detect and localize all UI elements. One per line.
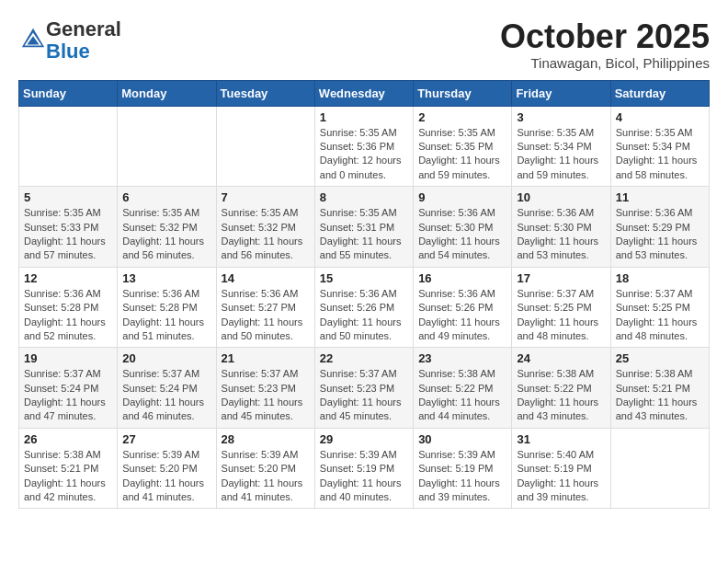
day-number: 19 — [24, 351, 112, 365]
day-info: Sunrise: 5:35 AM Sunset: 5:32 PM Dayligh… — [222, 206, 310, 263]
day-info: Sunrise: 5:36 AM Sunset: 5:29 PM Dayligh… — [616, 206, 704, 263]
day-info: Sunrise: 5:38 AM Sunset: 5:22 PM Dayligh… — [418, 367, 506, 424]
calendar-week-row: 12Sunrise: 5:36 AM Sunset: 5:28 PM Dayli… — [19, 267, 710, 348]
calendar-cell: 23Sunrise: 5:38 AM Sunset: 5:22 PM Dayli… — [414, 348, 512, 429]
day-info: Sunrise: 5:38 AM Sunset: 5:21 PM Dayligh… — [616, 367, 704, 424]
weekday-header: Saturday — [610, 80, 709, 106]
day-number: 1 — [320, 110, 408, 124]
day-info: Sunrise: 5:35 AM Sunset: 5:35 PM Dayligh… — [418, 126, 506, 183]
day-number: 13 — [122, 271, 210, 285]
day-info: Sunrise: 5:35 AM Sunset: 5:34 PM Dayligh… — [616, 126, 704, 183]
day-number: 5 — [24, 190, 112, 204]
day-number: 25 — [616, 351, 704, 365]
day-info: Sunrise: 5:35 AM Sunset: 5:33 PM Dayligh… — [24, 206, 112, 263]
day-info: Sunrise: 5:36 AM Sunset: 5:26 PM Dayligh… — [320, 287, 408, 344]
day-number: 26 — [24, 432, 112, 446]
day-info: Sunrise: 5:36 AM Sunset: 5:30 PM Dayligh… — [418, 206, 506, 263]
day-number: 31 — [517, 432, 605, 446]
day-number: 16 — [418, 271, 506, 285]
day-number: 3 — [517, 110, 605, 124]
day-info: Sunrise: 5:37 AM Sunset: 5:23 PM Dayligh… — [320, 367, 408, 424]
calendar-header-row: SundayMondayTuesdayWednesdayThursdayFrid… — [19, 80, 710, 106]
calendar-cell: 25Sunrise: 5:38 AM Sunset: 5:21 PM Dayli… — [610, 348, 709, 429]
calendar-cell — [216, 106, 314, 187]
day-number: 27 — [122, 432, 210, 446]
day-number: 23 — [418, 351, 506, 365]
calendar-cell: 29Sunrise: 5:39 AM Sunset: 5:19 PM Dayli… — [314, 428, 413, 509]
day-number: 22 — [320, 351, 408, 365]
calendar-cell: 13Sunrise: 5:36 AM Sunset: 5:28 PM Dayli… — [118, 267, 216, 348]
calendar-table: SundayMondayTuesdayWednesdayThursdayFrid… — [18, 80, 710, 510]
day-number: 20 — [122, 351, 210, 365]
day-number: 2 — [418, 110, 506, 124]
calendar-cell: 4Sunrise: 5:35 AM Sunset: 5:34 PM Daylig… — [610, 106, 709, 187]
location: Tinawagan, Bicol, Philippines — [500, 55, 710, 71]
day-info: Sunrise: 5:37 AM Sunset: 5:23 PM Dayligh… — [222, 367, 310, 424]
calendar-week-row: 1Sunrise: 5:35 AM Sunset: 5:36 PM Daylig… — [19, 106, 710, 187]
calendar-cell: 12Sunrise: 5:36 AM Sunset: 5:28 PM Dayli… — [19, 267, 118, 348]
day-info: Sunrise: 5:35 AM Sunset: 5:31 PM Dayligh… — [320, 206, 408, 263]
calendar-cell — [610, 428, 709, 509]
day-number: 28 — [222, 432, 310, 446]
day-info: Sunrise: 5:39 AM Sunset: 5:20 PM Dayligh… — [222, 448, 310, 505]
day-number: 24 — [517, 351, 605, 365]
calendar-cell: 8Sunrise: 5:35 AM Sunset: 5:31 PM Daylig… — [314, 187, 413, 268]
day-number: 18 — [616, 271, 704, 285]
calendar-week-row: 19Sunrise: 5:37 AM Sunset: 5:24 PM Dayli… — [19, 348, 710, 429]
day-number: 11 — [616, 190, 704, 204]
day-number: 9 — [418, 190, 506, 204]
day-info: Sunrise: 5:36 AM Sunset: 5:28 PM Dayligh… — [24, 287, 112, 344]
calendar-cell: 31Sunrise: 5:40 AM Sunset: 5:19 PM Dayli… — [512, 428, 610, 509]
day-number: 29 — [320, 432, 408, 446]
calendar-week-row: 5Sunrise: 5:35 AM Sunset: 5:33 PM Daylig… — [19, 187, 710, 268]
day-number: 4 — [616, 110, 704, 124]
calendar-cell: 27Sunrise: 5:39 AM Sunset: 5:20 PM Dayli… — [118, 428, 216, 509]
calendar-cell: 14Sunrise: 5:36 AM Sunset: 5:27 PM Dayli… — [216, 267, 314, 348]
day-info: Sunrise: 5:40 AM Sunset: 5:19 PM Dayligh… — [517, 448, 605, 505]
logo: General Blue — [18, 18, 121, 63]
day-info: Sunrise: 5:36 AM Sunset: 5:27 PM Dayligh… — [222, 287, 310, 344]
day-number: 6 — [122, 190, 210, 204]
day-info: Sunrise: 5:37 AM Sunset: 5:24 PM Dayligh… — [122, 367, 210, 424]
calendar-cell: 11Sunrise: 5:36 AM Sunset: 5:29 PM Dayli… — [610, 187, 709, 268]
day-info: Sunrise: 5:37 AM Sunset: 5:25 PM Dayligh… — [517, 287, 605, 344]
day-number: 30 — [418, 432, 506, 446]
day-number: 8 — [320, 190, 408, 204]
day-info: Sunrise: 5:35 AM Sunset: 5:34 PM Dayligh… — [517, 126, 605, 183]
day-number: 14 — [222, 271, 310, 285]
calendar-cell: 10Sunrise: 5:36 AM Sunset: 5:30 PM Dayli… — [512, 187, 610, 268]
calendar-cell: 9Sunrise: 5:36 AM Sunset: 5:30 PM Daylig… — [414, 187, 512, 268]
day-number: 17 — [517, 271, 605, 285]
calendar-cell: 16Sunrise: 5:36 AM Sunset: 5:26 PM Dayli… — [414, 267, 512, 348]
calendar-cell: 15Sunrise: 5:36 AM Sunset: 5:26 PM Dayli… — [314, 267, 413, 348]
weekday-header: Monday — [118, 80, 216, 106]
calendar-cell: 28Sunrise: 5:39 AM Sunset: 5:20 PM Dayli… — [216, 428, 314, 509]
calendar-cell: 1Sunrise: 5:35 AM Sunset: 5:36 PM Daylig… — [314, 106, 413, 187]
day-info: Sunrise: 5:39 AM Sunset: 5:20 PM Dayligh… — [122, 448, 210, 505]
weekday-header: Wednesday — [314, 80, 413, 106]
weekday-header: Thursday — [414, 80, 512, 106]
month-title: October 2025 — [500, 18, 710, 55]
calendar-cell: 6Sunrise: 5:35 AM Sunset: 5:32 PM Daylig… — [118, 187, 216, 268]
calendar-cell: 5Sunrise: 5:35 AM Sunset: 5:33 PM Daylig… — [19, 187, 118, 268]
day-number: 21 — [222, 351, 310, 365]
calendar-cell: 17Sunrise: 5:37 AM Sunset: 5:25 PM Dayli… — [512, 267, 610, 348]
weekday-header: Sunday — [19, 80, 118, 106]
calendar-cell: 20Sunrise: 5:37 AM Sunset: 5:24 PM Dayli… — [118, 348, 216, 429]
day-number: 7 — [222, 190, 310, 204]
page-header: General Blue October 2025 Tinawagan, Bic… — [18, 18, 710, 71]
calendar-cell: 21Sunrise: 5:37 AM Sunset: 5:23 PM Dayli… — [216, 348, 314, 429]
day-info: Sunrise: 5:36 AM Sunset: 5:28 PM Dayligh… — [122, 287, 210, 344]
day-info: Sunrise: 5:35 AM Sunset: 5:36 PM Dayligh… — [320, 126, 408, 183]
calendar-cell — [19, 106, 118, 187]
day-info: Sunrise: 5:37 AM Sunset: 5:25 PM Dayligh… — [616, 287, 704, 344]
title-area: October 2025 Tinawagan, Bicol, Philippin… — [500, 18, 710, 71]
weekday-header: Friday — [512, 80, 610, 106]
calendar-cell: 19Sunrise: 5:37 AM Sunset: 5:24 PM Dayli… — [19, 348, 118, 429]
calendar-week-row: 26Sunrise: 5:38 AM Sunset: 5:21 PM Dayli… — [19, 428, 710, 509]
day-number: 12 — [24, 271, 112, 285]
day-info: Sunrise: 5:39 AM Sunset: 5:19 PM Dayligh… — [320, 448, 408, 505]
calendar-cell: 7Sunrise: 5:35 AM Sunset: 5:32 PM Daylig… — [216, 187, 314, 268]
day-info: Sunrise: 5:35 AM Sunset: 5:32 PM Dayligh… — [122, 206, 210, 263]
logo-text: General Blue — [46, 18, 121, 63]
